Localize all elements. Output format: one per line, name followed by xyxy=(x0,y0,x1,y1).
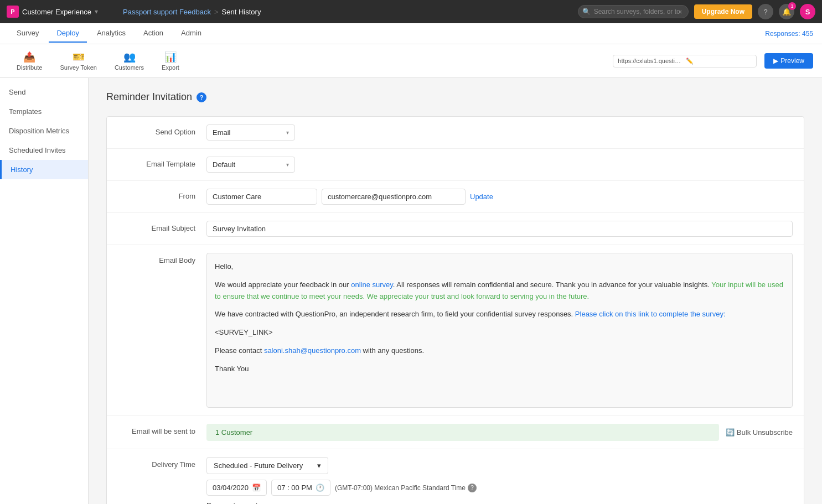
nav-deploy[interactable]: Deploy xyxy=(49,24,86,43)
send-option-row: Send Option Email xyxy=(107,117,804,149)
repeat-value: Does not repeat xyxy=(206,501,258,504)
export-icon: 📊 xyxy=(164,51,177,63)
repeat-select[interactable]: Does not repeat xyxy=(206,501,263,504)
recipients-control: 1 Customer 🔄 Bulk Unsubscribe xyxy=(206,424,793,441)
repeat-row: Does not repeat xyxy=(206,501,793,504)
toolbar: 📤 Distribute 🎫 Survey Token 👥 Customers … xyxy=(0,44,822,78)
update-button[interactable]: Update xyxy=(470,193,493,201)
email-body-greeting: Hello, xyxy=(215,261,784,273)
send-option-label: Send Option xyxy=(118,124,195,136)
email-body-label: Email Body xyxy=(118,253,195,264)
email-subject-label: Email Subject xyxy=(118,221,195,232)
delivery-time-control: Scheduled - Future Delivery 03/04/2020 📅… xyxy=(206,457,793,504)
email-template-select[interactable]: Default xyxy=(206,157,295,173)
recipients-badge: 1 Customer xyxy=(206,424,719,441)
help-icon[interactable]: ? xyxy=(758,4,773,19)
email-template-label: Email Template xyxy=(118,157,195,168)
sidebar: Send Templates Disposition Metrics Sched… xyxy=(0,78,89,504)
from-row: From Update xyxy=(107,181,804,213)
top-bar-actions: 🔍 Upgrade Now ? 🔔 1 S xyxy=(578,4,815,19)
toolbar-customers[interactable]: 👥 Customers xyxy=(107,48,152,74)
brand-logo: P xyxy=(7,6,19,18)
notification-badge: 1 xyxy=(788,2,796,10)
from-control: Update xyxy=(206,189,793,205)
send-option-value: Email xyxy=(213,128,231,137)
user-avatar[interactable]: S xyxy=(800,4,815,19)
email-template-control: Default xyxy=(206,157,793,173)
send-option-control: Email xyxy=(206,124,793,141)
breadcrumb-link[interactable]: Passport support Feedback xyxy=(123,8,211,16)
recipients-inputs: 1 Customer 🔄 Bulk Unsubscribe xyxy=(206,424,793,441)
layout: Send Templates Disposition Metrics Sched… xyxy=(0,78,822,504)
send-option-select[interactable]: Email xyxy=(206,124,295,141)
timezone-help-icon[interactable]: ? xyxy=(468,484,477,492)
bulk-unsubscribe-icon: 🔄 xyxy=(726,428,735,437)
survey-token-icon: 🎫 xyxy=(73,51,85,63)
preview-label: Preview xyxy=(780,57,804,65)
email-subject-input[interactable] xyxy=(206,221,793,237)
clock-icon: 🕐 xyxy=(316,484,324,492)
toolbar-distribute-label: Distribute xyxy=(17,64,42,71)
email-body-closing: Thank You xyxy=(215,363,784,375)
from-email-input[interactable] xyxy=(322,189,466,205)
top-bar: P Customer Experience ▾ Passport support… xyxy=(0,0,822,23)
upgrade-button[interactable]: Upgrade Now xyxy=(694,4,752,19)
breadcrumb: Passport support Feedback > Sent History xyxy=(123,8,572,16)
breadcrumb-sep: > xyxy=(214,8,219,16)
preview-button[interactable]: ▶ Preview xyxy=(764,53,813,69)
bulk-unsubscribe-button[interactable]: 🔄 Bulk Unsubscribe xyxy=(726,428,793,437)
recipients-row: Email will be sent to 1 Customer 🔄 Bulk … xyxy=(107,416,804,449)
sidebar-item-templates[interactable]: Templates xyxy=(0,102,88,121)
form-section: Send Option Email Email Template Default xyxy=(106,116,804,504)
brand-dropdown-icon[interactable]: ▾ xyxy=(95,8,98,15)
toolbar-survey-token-label: Survey Token xyxy=(60,64,96,71)
from-label: From xyxy=(118,189,195,200)
sidebar-item-history[interactable]: History xyxy=(0,160,88,179)
email-body-para2: We have contracted with QuestionPro, an … xyxy=(215,309,784,320)
preview-icon: ▶ xyxy=(773,57,778,65)
nav-bar: Survey Deploy Analytics Action Admin Res… xyxy=(0,23,822,44)
help-circle-icon[interactable]: ? xyxy=(197,92,206,102)
nav-analytics[interactable]: Analytics xyxy=(89,24,133,43)
sidebar-item-disposition-metrics[interactable]: Disposition Metrics xyxy=(0,121,88,141)
timezone-value: (GMT-07:00) Mexican Pacific Standard Tim… xyxy=(335,484,466,492)
email-body-row: Email Body Hello, We would appreciate yo… xyxy=(107,245,804,416)
responses-count: Responses: 455 xyxy=(765,30,813,38)
nav-action[interactable]: Action xyxy=(136,24,171,43)
delivery-time-chevron xyxy=(317,461,321,470)
search-input[interactable] xyxy=(578,5,689,18)
sidebar-item-scheduled-invites[interactable]: Scheduled Invites xyxy=(0,141,88,160)
calendar-icon: 📅 xyxy=(252,484,261,492)
email-body-survey-link: <SURVEY_LINK> xyxy=(215,327,784,339)
toolbar-export[interactable]: 📊 Export xyxy=(154,48,187,74)
delivery-time-value: Scheduled - Future Delivery xyxy=(214,461,303,470)
notification-icon[interactable]: 🔔 1 xyxy=(779,4,794,19)
page-title-text: Reminder Invitation xyxy=(106,91,192,103)
distribute-icon: 📤 xyxy=(23,51,35,63)
delivery-datetime: 03/04/2020 📅 07 : 00 PM 🕐 (GMT-07:00) Me… xyxy=(206,480,793,496)
email-body-contact: Please contact saloni.shah@questionpro.c… xyxy=(215,345,784,357)
email-body-para1: We would appreciate your feedback in our… xyxy=(215,279,784,303)
toolbar-customers-label: Customers xyxy=(115,64,144,71)
from-name-input[interactable] xyxy=(206,189,317,205)
toolbar-survey-token[interactable]: 🎫 Survey Token xyxy=(52,48,104,74)
toolbar-export-label: Export xyxy=(162,64,179,71)
nav-survey[interactable]: Survey xyxy=(9,24,46,43)
email-template-value: Default xyxy=(213,160,235,169)
email-body-content[interactable]: Hello, We would appreciate your feedback… xyxy=(206,253,793,408)
sidebar-item-send[interactable]: Send xyxy=(0,82,88,102)
time-input[interactable]: 07 : 00 PM 🕐 xyxy=(271,480,330,496)
delivery-time-select[interactable]: Scheduled - Future Delivery xyxy=(206,457,328,474)
customers-icon: 👥 xyxy=(123,51,136,63)
toolbar-distribute[interactable]: 📤 Distribute xyxy=(9,48,50,74)
breadcrumb-current: Sent History xyxy=(222,8,261,16)
date-input[interactable]: 03/04/2020 📅 xyxy=(206,480,267,496)
nav-admin[interactable]: Admin xyxy=(173,24,209,43)
recipients-label: Email will be sent to xyxy=(118,424,195,435)
email-subject-control xyxy=(206,221,793,237)
url-bar: https://cxlabs1.questionpro.com/a/cxLogi… xyxy=(613,55,757,67)
email-template-row: Email Template Default xyxy=(107,149,804,181)
url-edit-icon[interactable]: ✏️ xyxy=(686,58,752,65)
email-template-chevron xyxy=(286,162,289,168)
bulk-unsubscribe-label: Bulk Unsubscribe xyxy=(737,428,793,437)
